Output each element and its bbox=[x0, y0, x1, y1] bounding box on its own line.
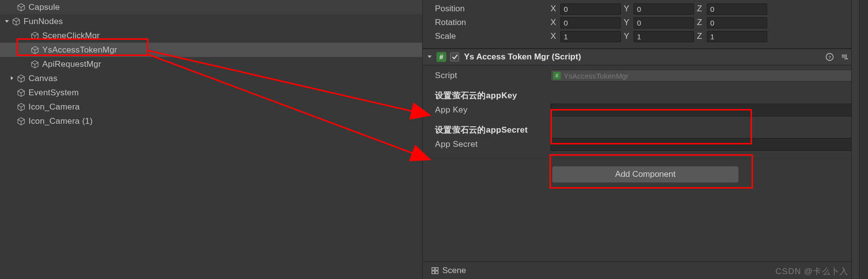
hierarchy-item[interactable]: ApiRequestMgr bbox=[0, 57, 422, 71]
script-name: YsAccessTokenMgr bbox=[564, 72, 629, 80]
script-component-header[interactable]: # Ys Access Token Mgr (Script) ? bbox=[423, 49, 868, 65]
rotation-x-field[interactable] bbox=[560, 17, 621, 28]
hierarchy-item-label: Icon_Camera bbox=[29, 102, 80, 112]
gameobject-icon bbox=[17, 88, 26, 97]
axis-x-label: X bbox=[550, 31, 557, 41]
script-icon: # bbox=[436, 52, 446, 62]
svg-text:?: ? bbox=[828, 55, 831, 60]
watermark-text: CSDN @卡么卜入 bbox=[776, 266, 848, 277]
hierarchy-item-label: EventSystem bbox=[29, 88, 79, 98]
position-z-field[interactable] bbox=[707, 3, 767, 15]
axis-y-label: Y bbox=[624, 31, 631, 41]
axis-y-label: Y bbox=[624, 4, 631, 14]
hierarchy-item-label: FunNodes bbox=[24, 17, 63, 27]
axis-z-label: Z bbox=[697, 4, 704, 14]
transform-component: Position X Y Z Rotation X Y Z Scale X Y … bbox=[423, 0, 868, 49]
hierarchy-item[interactable]: Canvas bbox=[0, 71, 422, 85]
script-object-field[interactable]: # YsAccessTokenMgr bbox=[550, 70, 863, 82]
foldout-open-icon[interactable] bbox=[427, 54, 434, 60]
component-title: Ys Access Token Mgr (Script) bbox=[464, 52, 825, 62]
gameobject-icon bbox=[17, 3, 26, 12]
scale-y-field[interactable] bbox=[634, 31, 694, 42]
rotation-y-field[interactable] bbox=[634, 17, 694, 28]
hierarchy-panel: Capsule FunNodes SceneClickMgr YsAccessT… bbox=[0, 0, 423, 279]
position-x-field[interactable] bbox=[560, 3, 621, 15]
scale-label: Scale bbox=[435, 31, 550, 41]
hierarchy-item-label: Canvas bbox=[29, 74, 58, 84]
position-y-field[interactable] bbox=[634, 3, 694, 15]
hierarchy-item[interactable]: Icon_Camera (1) bbox=[0, 114, 422, 128]
scale-x-field[interactable] bbox=[560, 31, 621, 42]
gameobject-icon bbox=[30, 31, 39, 40]
appkey-row: App Key bbox=[435, 103, 863, 117]
hierarchy-item[interactable]: EventSystem bbox=[0, 85, 422, 100]
hierarchy-item-label: ApiRequestMgr bbox=[42, 59, 101, 69]
component-enabled-checkbox[interactable] bbox=[450, 53, 459, 61]
foldout-open-icon[interactable] bbox=[4, 18, 11, 25]
gameobject-icon bbox=[30, 46, 39, 55]
scrollbar-inner[interactable] bbox=[851, 0, 859, 279]
scale-z-field[interactable] bbox=[707, 31, 767, 42]
appkey-label: App Key bbox=[435, 105, 550, 115]
svg-rect-6 bbox=[435, 267, 438, 270]
hierarchy-item-selected[interactable]: YsAccessTokenMgr bbox=[0, 43, 422, 57]
script-icon: # bbox=[553, 72, 561, 80]
gameobject-icon bbox=[30, 60, 39, 69]
axis-y-label: Y bbox=[624, 18, 631, 28]
svg-rect-8 bbox=[435, 271, 438, 273]
transform-scale-row: Scale X Y Z bbox=[435, 29, 864, 43]
hierarchy-item-label: SceneClickMgr bbox=[42, 31, 100, 41]
appkey-header-label: 设置萤石云的appKey bbox=[435, 90, 550, 101]
inspector-panel: Position X Y Z Rotation X Y Z Scale X Y … bbox=[423, 0, 868, 279]
scene-tab-label: Scene bbox=[442, 266, 466, 276]
help-icon[interactable]: ? bbox=[825, 52, 835, 62]
hierarchy-item-label: Icon_Camera (1) bbox=[29, 116, 93, 126]
appsecret-header-label: 设置萤石云的appSecret bbox=[435, 124, 550, 136]
add-component-button[interactable]: Add Component bbox=[552, 166, 739, 183]
hierarchy-item[interactable]: Capsule bbox=[0, 0, 422, 14]
hierarchy-item-label: Capsule bbox=[29, 2, 60, 12]
scene-grid-icon bbox=[431, 266, 439, 275]
foldout-closed-icon[interactable] bbox=[9, 75, 16, 82]
gameobject-icon bbox=[17, 103, 26, 112]
transform-position-row: Position X Y Z bbox=[435, 2, 864, 16]
script-reference-row: Script # YsAccessTokenMgr bbox=[435, 68, 863, 83]
axis-x-label: X bbox=[550, 18, 557, 28]
transform-rotation-row: Rotation X Y Z bbox=[435, 16, 864, 29]
axis-z-label: Z bbox=[697, 31, 704, 41]
rotation-z-field[interactable] bbox=[707, 17, 767, 28]
scene-tab[interactable]: Scene bbox=[426, 264, 471, 278]
gameobject-icon bbox=[12, 17, 21, 26]
hierarchy-item[interactable]: FunNodes bbox=[0, 14, 422, 28]
add-component-area: Add Component bbox=[423, 158, 868, 187]
axis-x-label: X bbox=[550, 4, 557, 14]
scrollbar-outer[interactable] bbox=[859, 0, 868, 279]
gameobject-icon bbox=[17, 74, 26, 83]
appsecret-input[interactable] bbox=[550, 138, 863, 151]
appkey-input[interactable] bbox=[550, 104, 863, 116]
hierarchy-item[interactable]: SceneClickMgr bbox=[0, 28, 422, 43]
script-component-body: Script # YsAccessTokenMgr 设置萤石云的appKey A… bbox=[423, 65, 868, 155]
preset-icon[interactable] bbox=[839, 52, 849, 62]
appsecret-label: App Secret bbox=[435, 140, 550, 149]
position-label: Position bbox=[435, 4, 550, 14]
hierarchy-item-label: YsAccessTokenMgr bbox=[42, 45, 117, 55]
svg-rect-5 bbox=[432, 267, 434, 270]
axis-z-label: Z bbox=[697, 18, 704, 28]
hierarchy-item[interactable]: Icon_Camera bbox=[0, 100, 422, 114]
rotation-label: Rotation bbox=[435, 18, 550, 28]
svg-rect-7 bbox=[432, 271, 434, 273]
gameobject-icon bbox=[17, 117, 26, 126]
script-label: Script bbox=[435, 71, 550, 81]
appsecret-row: App Secret bbox=[435, 137, 863, 152]
